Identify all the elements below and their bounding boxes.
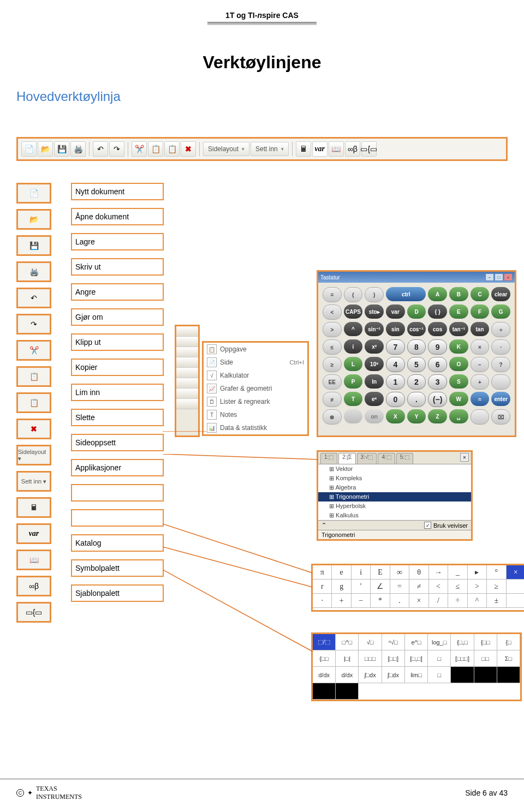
key-tan[interactable]: tan (471, 322, 490, 336)
key-−[interactable]: − (471, 357, 490, 372)
catalog-tab-3[interactable]: 4:⬚ (378, 453, 395, 464)
copy-button[interactable]: 📋 (148, 141, 163, 157)
key-≈[interactable]: ≈ (471, 392, 490, 406)
key-␣[interactable]: ␣ (449, 409, 468, 423)
maximize-button[interactable]: □ (495, 273, 503, 281)
key-=[interactable]: = (323, 287, 342, 302)
key-10ˣ[interactable]: 10ˣ (365, 357, 384, 371)
symbol-2-1[interactable]: + (332, 594, 351, 608)
close-button[interactable]: × (504, 273, 513, 281)
template-0-3[interactable]: ⁿ√□ (382, 634, 405, 650)
key-O[interactable]: O (449, 357, 468, 371)
delete-button[interactable]: ✖ (181, 141, 196, 157)
key-D[interactable]: D (407, 304, 426, 319)
template-0-4[interactable]: e^□ (405, 634, 428, 650)
symbol-1-7[interactable]: ≤ (448, 580, 467, 594)
key-blank[interactable] (471, 409, 490, 425)
redo-button[interactable]: ↷ (109, 141, 124, 157)
symbol-2-4[interactable]: . (390, 594, 409, 608)
key-?[interactable]: ? (491, 357, 510, 372)
key-G[interactable]: G (491, 304, 510, 319)
key-⊗[interactable]: ⊗ (323, 409, 342, 425)
key-F[interactable]: F (471, 304, 490, 319)
key-+[interactable]: + (471, 374, 490, 390)
key-sin⁻¹[interactable]: sin⁻¹ (365, 322, 384, 336)
key-blank[interactable] (491, 374, 510, 390)
template-1-1[interactable]: □□□ (359, 650, 382, 667)
key-0[interactable]: 0 (386, 392, 405, 407)
symbol-1-9[interactable]: ≥ (487, 580, 506, 594)
sidelayout-dropdown[interactable]: Sidelayout▾ (203, 142, 249, 156)
symbol-0-7[interactable]: _ (448, 565, 467, 580)
key-([interactable]: ( (344, 287, 363, 302)
template-2-1[interactable]: ∫□dx (382, 667, 405, 683)
key-T[interactable]: T (344, 392, 363, 406)
key-S[interactable]: S (449, 374, 468, 389)
template-icon-button[interactable]: ▭{▭ (361, 141, 377, 157)
symbol-2-3[interactable]: * (371, 594, 390, 608)
symbol-2-9[interactable]: ± (487, 594, 506, 608)
symbol-1-1[interactable]: g (332, 580, 351, 594)
symbol-0-3[interactable]: E (371, 565, 390, 580)
key-4[interactable]: 4 (386, 357, 405, 372)
insert-dropdown[interactable]: Sett inn▾ (251, 142, 289, 156)
key-x²[interactable]: x² (365, 339, 384, 354)
key-×[interactable]: × (471, 339, 490, 355)
symbol-2-6[interactable]: / (429, 594, 448, 608)
cut-button[interactable]: ✂️ (132, 141, 147, 157)
template-1-8[interactable]: d/dx (313, 667, 336, 683)
print-button[interactable]: 🖨️ (70, 141, 86, 157)
symbol-0-6[interactable]: → (429, 565, 448, 580)
key-X[interactable]: X (386, 409, 405, 423)
template-0-8[interactable]: {□ (497, 634, 520, 650)
key-on[interactable]: on (365, 409, 384, 423)
template-1-6[interactable]: □□ (474, 650, 497, 667)
key-≤[interactable]: ≤ (323, 339, 342, 355)
key-C[interactable]: C (471, 287, 490, 301)
catalog-tab-1[interactable]: 2:∫Σ (338, 453, 355, 464)
key-i[interactable]: i (344, 339, 363, 354)
key-sto▸[interactable]: sto▸ (365, 304, 384, 319)
template-0-1[interactable]: □^□ (336, 634, 359, 650)
wizard-checkbox[interactable]: ✓ (424, 522, 431, 529)
symbol-1-5[interactable]: ≠ (409, 580, 428, 594)
save-button[interactable]: 💾 (54, 141, 69, 157)
key-W[interactable]: W (449, 392, 468, 406)
symbol-1-8[interactable]: > (468, 580, 487, 594)
key-sin[interactable]: sin (386, 322, 405, 336)
key-≠[interactable]: ≠ (323, 392, 342, 407)
menu-item-2[interactable]: √Kalkulator (204, 369, 307, 382)
key-9[interactable]: 9 (428, 339, 447, 355)
key-)[interactable]: ) (365, 287, 384, 302)
symbol-1-0[interactable]: r (313, 580, 332, 594)
symbol-2-10[interactable] (507, 594, 524, 608)
symbol-1-2[interactable]: ' (352, 580, 371, 594)
key-ctrl[interactable]: ctrl (386, 287, 426, 301)
catalog-item-0[interactable]: ⊞ Vektor (318, 464, 471, 474)
key-≥[interactable]: ≥ (323, 357, 342, 372)
minimize-button[interactable]: − (485, 273, 494, 281)
catalog-close-button[interactable]: × (460, 453, 469, 462)
key-var[interactable]: var (386, 304, 405, 319)
template-1-2[interactable]: [□□] (382, 650, 405, 667)
symbol-2-0[interactable]: · (313, 594, 332, 608)
key-<[interactable]: < (323, 304, 342, 320)
catalog-item-4[interactable]: ⊞ Hyperbolsk (318, 501, 471, 511)
symbol-0-0[interactable]: π (313, 565, 332, 580)
template-2-2[interactable]: lim□ (405, 667, 428, 683)
menu-item-1[interactable]: 📄SideCtrl+I (204, 356, 307, 369)
template-2-7[interactable] (313, 683, 336, 700)
key-cos⁻¹[interactable]: cos⁻¹ (407, 322, 426, 336)
template-1-7[interactable]: Σ□ (497, 650, 520, 667)
var-button[interactable]: var (312, 141, 327, 157)
symbol-0-4[interactable]: ∞ (390, 565, 409, 580)
key->[interactable]: > (323, 322, 342, 337)
key-÷[interactable]: ÷ (491, 322, 510, 337)
key-E[interactable]: E (449, 304, 468, 319)
key-enter[interactable]: enter (491, 392, 510, 406)
template-2-4[interactable] (451, 667, 474, 683)
symbol-0-5[interactable]: θ (409, 565, 428, 580)
key-blank[interactable] (344, 409, 363, 423)
catalog-tab-2[interactable]: 3:√⬚ (357, 453, 377, 464)
template-2-3[interactable]: □ (428, 667, 451, 683)
